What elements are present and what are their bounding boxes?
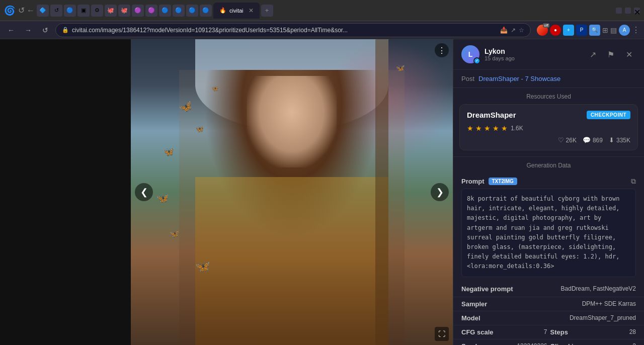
resource-name[interactable]: DreamShaper xyxy=(467,111,516,119)
butterfly-7: 🦋 xyxy=(211,85,219,92)
post-row: Post DreamShaper - 7 Showcase xyxy=(453,70,644,88)
save-icon[interactable]: 📥 xyxy=(500,27,508,34)
clip-skip-label: Clip skip xyxy=(550,342,578,346)
cfg-scale-label: CFG scale xyxy=(461,328,494,336)
clip-skip-cell: Clip skip 2 xyxy=(550,342,636,346)
browser-icon: 🌀 xyxy=(4,5,15,16)
face-area xyxy=(247,76,337,167)
extension-4[interactable]: P xyxy=(576,25,587,36)
maximize-icon[interactable] xyxy=(625,8,631,14)
active-tab-label: civitai xyxy=(229,8,244,14)
favicon-10: 🔵 xyxy=(159,5,171,17)
back-icon[interactable]: ← xyxy=(27,6,35,15)
refresh-icon[interactable]: ↺ xyxy=(18,6,25,15)
sidebar-toggle[interactable]: ▤ xyxy=(610,26,617,34)
favicon-4: ▣ xyxy=(77,5,90,17)
extension-3[interactable]: + xyxy=(563,25,574,36)
panel-header: L ✓ Lykon 15 days ago ↗ ⚑ ✕ xyxy=(453,39,644,70)
comments-stat: 💬 869 xyxy=(583,136,603,144)
main-content: 🦋 🦋 🦋 🦋 🦋 🦋 🦋 🦋 ❮ ❯ ⋮ ⛶ xyxy=(0,39,644,345)
seed-clip-row: Seed 132340236 Clip skip 2 xyxy=(453,339,644,346)
sampler-row: Sampler DPM++ SDE Karras xyxy=(453,297,644,311)
favicon-7: 🐙 xyxy=(118,5,130,17)
right-panel: L ✓ Lykon 15 days ago ↗ ⚑ ✕ xyxy=(453,39,644,345)
share-button[interactable]: ↗ xyxy=(586,47,600,61)
prompt-text[interactable]: 8k portrait of beautiful cyborg with bro… xyxy=(461,189,636,277)
stars-row: ★ ★ ★ ★ ★ 1.6K xyxy=(467,124,630,132)
next-icon: ❯ xyxy=(436,187,444,198)
favicon-13: 🔵 xyxy=(200,5,212,17)
generation-data-header: Generation Data xyxy=(453,156,644,173)
cfg-scale-value: 7 xyxy=(544,328,547,335)
post-time: 15 days ago xyxy=(485,55,515,61)
prompt-section: Prompt TXT2IMG ⧉ 8k portrait of beautifu… xyxy=(453,173,644,281)
more-options-icon: ⋮ xyxy=(438,46,446,55)
favicon-5: ⚙ xyxy=(91,5,103,17)
star-4: ★ xyxy=(493,124,499,132)
close-panel-button[interactable]: ✕ xyxy=(622,47,636,61)
tab-bar: 🌀 ↺ ← 🔷 ↺ 🔵 ▣ ⚙ 🐙 🐙 🟣 🟣 🔵 🔵 🔵 🔵 🔥 civita… xyxy=(4,3,610,19)
bookmark-icon[interactable]: ☆ xyxy=(519,27,524,34)
browser-chrome: 🌀 ↺ ← 🔷 ↺ 🔵 ▣ ⚙ 🐙 🐙 🟣 🟣 🔵 🔵 🔵 🔵 🔥 civita… xyxy=(0,0,644,21)
flag-button[interactable]: ⚑ xyxy=(604,47,618,61)
dress-area xyxy=(195,177,388,345)
seed-value: 132340236 xyxy=(517,342,547,345)
copy-icon: ⧉ xyxy=(631,177,636,185)
minimize-icon[interactable] xyxy=(616,8,622,14)
resources-used-header: Resources Used xyxy=(453,88,644,104)
model-row: Model DreamShaper_7_pruned xyxy=(453,311,644,325)
window-controls: ✕ xyxy=(616,8,640,14)
reload-button[interactable]: ↺ xyxy=(38,23,52,37)
navigation-bar: ← → ↺ 🔒 civitai.com/images/1386412?model… xyxy=(0,21,644,39)
url-bar[interactable]: 🔒 civitai.com/images/1386412?modelVersio… xyxy=(55,23,531,37)
menu-icon[interactable]: ⋮ xyxy=(632,25,640,35)
favicon-2: ↺ xyxy=(50,5,62,17)
share-nav-icon[interactable]: ↗ xyxy=(511,27,516,34)
user-details: Lykon 15 days ago xyxy=(485,47,515,61)
sampler-value: DPM++ SDE Karras xyxy=(582,300,636,307)
tab-close-icon[interactable]: ✕ xyxy=(249,7,254,14)
star-2: ★ xyxy=(475,124,482,132)
flag-icon: ⚑ xyxy=(607,50,614,59)
image-menu-button[interactable]: ⋮ xyxy=(435,43,449,57)
forward-button[interactable]: → xyxy=(21,23,35,37)
username[interactable]: Lykon xyxy=(485,47,515,55)
post-link[interactable]: DreamShaper - 7 Showcase xyxy=(478,75,560,82)
download-icon: ⬇ xyxy=(609,136,614,144)
steps-cell: Steps 28 xyxy=(550,328,636,336)
image-area: 🦋 🦋 🦋 🦋 🦋 🦋 🦋 🦋 ❮ ❯ ⋮ ⛶ xyxy=(131,39,453,345)
steps-label: Steps xyxy=(550,328,568,336)
new-tab-btn[interactable]: + xyxy=(261,5,273,17)
clip-skip-value: 2 xyxy=(632,342,636,345)
cfg-scale-cell: CFG scale 7 xyxy=(461,328,547,336)
extension-2[interactable]: ● xyxy=(550,25,561,36)
close-icon: ✕ xyxy=(626,50,632,59)
next-image-button[interactable]: ❯ xyxy=(431,183,449,201)
profile-icon[interactable]: A xyxy=(619,25,630,36)
prompt-label-text: Prompt xyxy=(461,178,485,185)
favicon-12: 🔵 xyxy=(186,5,198,17)
txt2img-badge: TXT2IMG xyxy=(489,178,517,185)
active-tab[interactable]: 🔥 civitai ✕ xyxy=(213,3,260,19)
extension-1[interactable]: off xyxy=(537,25,548,36)
extensions-menu[interactable]: ⊞ xyxy=(602,26,608,34)
seed-label: Seed xyxy=(461,342,477,346)
prev-image-button[interactable]: ❮ xyxy=(135,183,153,201)
post-label: Post xyxy=(461,75,474,82)
extension-5[interactable]: 🔍 xyxy=(589,25,600,36)
butterfly-5: 🦋 xyxy=(195,260,210,274)
url-text: civitai.com/images/1386412?modelVersionI… xyxy=(72,27,348,34)
negative-prompt-value: BadDream, FastNegativeV2 xyxy=(561,285,636,292)
close-window-icon[interactable]: ✕ xyxy=(634,8,640,14)
seed-cell: Seed 132340236 xyxy=(461,342,547,346)
back-button[interactable]: ← xyxy=(4,23,18,37)
model-label: Model xyxy=(461,314,480,322)
favicon-6: 🐙 xyxy=(105,5,117,17)
favicon-1: 🔷 xyxy=(37,5,49,17)
share-icon: ↗ xyxy=(590,50,596,59)
expand-button[interactable]: ⛶ xyxy=(435,327,449,341)
copy-prompt-button[interactable]: ⧉ xyxy=(631,177,636,186)
star-5: ★ xyxy=(501,124,508,132)
favicon-3: 🔵 xyxy=(64,5,76,17)
stats-row: ♡ 26K 💬 869 ⬇ 335K xyxy=(467,136,630,144)
